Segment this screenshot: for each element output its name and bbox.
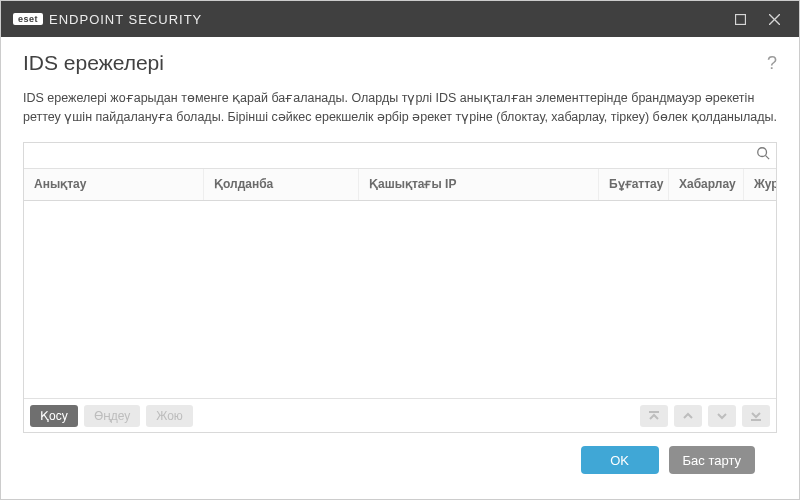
- svg-point-3: [758, 148, 767, 157]
- page-description: IDS ережелері жоғарыдан төменге қарай ба…: [23, 89, 777, 128]
- edit-button: Өңдеу: [84, 405, 141, 427]
- svg-line-4: [766, 156, 770, 160]
- dialog-footer: OK Бас тарту: [23, 433, 777, 487]
- window-minimize-button[interactable]: [723, 1, 757, 37]
- brand-text: ENDPOINT SECURITY: [49, 12, 202, 27]
- col-log[interactable]: Журнал: [744, 169, 776, 200]
- search-row: [24, 143, 776, 169]
- svg-rect-0: [735, 14, 745, 24]
- table-body: [24, 201, 776, 398]
- window-close-button[interactable]: [757, 1, 791, 37]
- search-input[interactable]: [30, 144, 756, 166]
- table-header: Анықтау Қолданба Қашықтағы IP Бұғаттау Х…: [24, 169, 776, 201]
- search-icon[interactable]: [756, 146, 770, 164]
- move-top-button: [640, 405, 668, 427]
- ok-button[interactable]: OK: [581, 446, 659, 474]
- content-area: IDS ережелері ? IDS ережелері жоғарыдан …: [1, 37, 799, 499]
- page-title: IDS ережелері: [23, 51, 164, 75]
- col-application[interactable]: Қолданба: [204, 169, 359, 200]
- window-root: eset ENDPOINT SECURITY IDS ережелері ? I…: [0, 0, 800, 500]
- delete-button: Жою: [146, 405, 193, 427]
- help-button[interactable]: ?: [767, 53, 777, 74]
- square-icon: [735, 14, 746, 25]
- table-toolbar: Қосу Өңдеу Жою: [24, 398, 776, 432]
- col-notify[interactable]: Хабарлау: [669, 169, 744, 200]
- brand-badge: eset: [13, 13, 43, 25]
- chevron-bottom-icon: [750, 410, 762, 422]
- rules-table: Анықтау Қолданба Қашықтағы IP Бұғаттау Х…: [23, 142, 777, 433]
- add-button[interactable]: Қосу: [30, 405, 78, 427]
- col-remote-ip[interactable]: Қашықтағы IP: [359, 169, 599, 200]
- col-block[interactable]: Бұғаттау: [599, 169, 669, 200]
- move-up-button: [674, 405, 702, 427]
- col-detection[interactable]: Анықтау: [24, 169, 204, 200]
- move-down-button: [708, 405, 736, 427]
- chevron-top-icon: [648, 410, 660, 422]
- titlebar: eset ENDPOINT SECURITY: [1, 1, 799, 37]
- chevron-up-icon: [682, 410, 694, 422]
- close-icon: [769, 14, 780, 25]
- chevron-down-icon: [716, 410, 728, 422]
- move-bottom-button: [742, 405, 770, 427]
- cancel-button[interactable]: Бас тарту: [669, 446, 755, 474]
